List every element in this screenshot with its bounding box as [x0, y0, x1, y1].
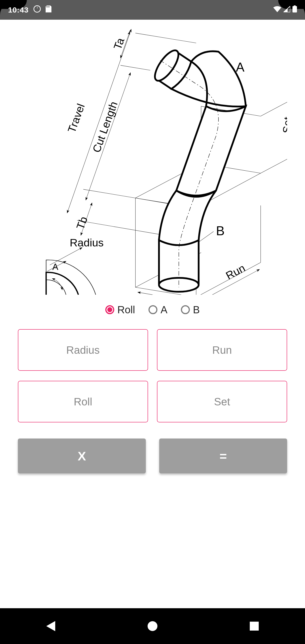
- nav-bar: [0, 608, 305, 644]
- radio-a[interactable]: A: [148, 304, 168, 316]
- label-tb: Tb: [74, 215, 90, 231]
- input-roll[interactable]: Roll: [18, 381, 148, 422]
- label-b-point: B: [216, 224, 224, 238]
- radio-icon: [148, 305, 158, 314]
- input-set[interactable]: Set: [157, 381, 287, 422]
- battery-icon: [292, 5, 297, 14]
- pipe-diagram: Travel Cut Length Ta Tb Radius A A B Run…: [0, 20, 305, 297]
- label-a-small: A: [52, 262, 58, 272]
- sd-card-icon: [46, 5, 52, 14]
- signal-icon: [284, 6, 290, 14]
- svg-rect-1: [46, 6, 47, 8]
- nav-home-button[interactable]: [119, 615, 186, 637]
- label-run: Run: [224, 262, 247, 282]
- svg-rect-5: [294, 5, 296, 6]
- wifi-icon: [273, 6, 281, 14]
- clear-button[interactable]: X: [18, 438, 146, 474]
- input-run[interactable]: Run: [157, 329, 287, 371]
- label-travel: Travel: [65, 102, 87, 134]
- input-grid: Radius Run Roll Set: [0, 329, 305, 422]
- svg-point-22: [148, 621, 158, 631]
- svg-line-11: [84, 190, 136, 198]
- radio-label: A: [160, 304, 168, 316]
- triangle-back-icon: [46, 621, 55, 631]
- label-a-point: A: [236, 60, 245, 74]
- svg-rect-23: [250, 622, 259, 630]
- square-recent-icon: [250, 622, 259, 630]
- svg-line-7: [136, 33, 196, 43]
- radio-icon: [105, 305, 114, 314]
- radio-b[interactable]: B: [181, 304, 200, 316]
- diagram-svg: Travel Cut Length Ta Tb Radius A A B Run…: [36, 22, 287, 295]
- radio-roll[interactable]: Roll: [105, 304, 135, 316]
- profile-icon: [34, 5, 41, 14]
- radio-icon: [181, 305, 190, 314]
- circle-home-icon: [148, 621, 158, 631]
- svg-line-8: [86, 73, 130, 200]
- label-set: Set: [281, 116, 287, 134]
- status-time: 10:43: [8, 6, 28, 14]
- svg-rect-2: [48, 6, 48, 8]
- radio-label: B: [193, 304, 200, 316]
- radio-group: Roll A B: [0, 297, 305, 329]
- svg-rect-3: [49, 6, 50, 8]
- app-content: Travel Cut Length Ta Tb Radius A A B Run…: [0, 20, 305, 608]
- button-row: X =: [0, 422, 305, 474]
- label-cut-length: Cut Length: [90, 100, 120, 154]
- radio-label: Roll: [118, 304, 135, 316]
- svg-line-14: [138, 292, 196, 295]
- svg-line-12: [120, 65, 150, 70]
- input-radius[interactable]: Radius: [18, 329, 148, 371]
- status-bar: 10:43: [0, 0, 305, 20]
- svg-rect-4: [292, 6, 297, 12]
- nav-recent-button[interactable]: [221, 615, 288, 637]
- equals-button[interactable]: =: [159, 438, 287, 474]
- nav-back-button[interactable]: [17, 615, 84, 637]
- label-radius: Radius: [70, 236, 104, 249]
